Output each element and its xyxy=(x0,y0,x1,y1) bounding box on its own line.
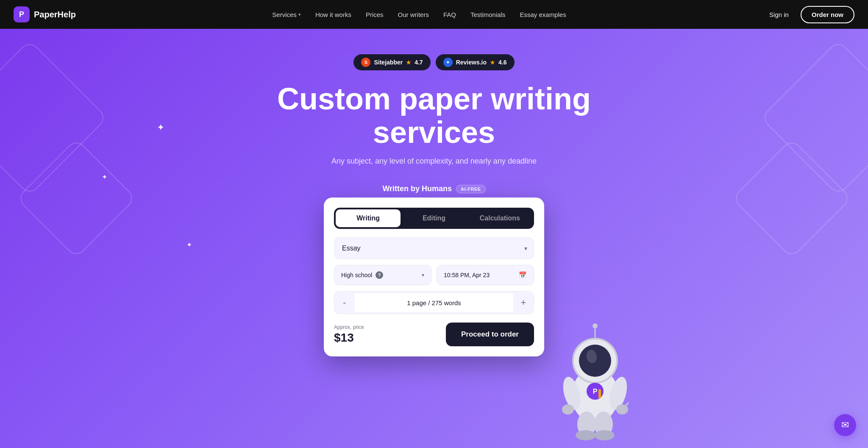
card-header-text: Written by Humans xyxy=(382,184,452,193)
logo-icon: P xyxy=(14,6,30,22)
reviews-icon: ✦ xyxy=(443,58,453,67)
reviews-star-icon: ★ xyxy=(490,59,495,66)
navbar: P PaperHelp Services ▾ How it works Pric… xyxy=(0,0,868,29)
pages-plus-button[interactable]: + xyxy=(513,292,534,314)
tab-calculations[interactable]: Calculations xyxy=(467,209,532,227)
deco-shape-left-top xyxy=(0,40,108,196)
order-now-button[interactable]: Order now xyxy=(801,6,854,23)
tab-editing[interactable]: Editing xyxy=(401,209,466,227)
nav-actions: Sign in Order now xyxy=(762,6,854,23)
hero-section: ✦ ✦ ✦ S Sitejabber ★ 4.7 ✦ Reviews.io ★ … xyxy=(0,29,868,448)
svg-point-7 xyxy=(562,404,574,415)
deco-shape-right-bottom xyxy=(732,139,852,259)
sparkle-star-1: ✦ xyxy=(157,122,164,133)
pages-minus-button[interactable]: - xyxy=(334,292,355,314)
svg-point-17 xyxy=(593,323,598,328)
sitejabber-star-icon: ★ xyxy=(406,59,411,66)
nav-services[interactable]: Services ▾ xyxy=(266,8,307,22)
pages-value: 1 page / 275 words xyxy=(355,293,513,312)
card-header: Written by Humans AI-FREE xyxy=(324,184,544,193)
sitejabber-label: Sitejabber xyxy=(374,59,403,66)
nav-links: Services ▾ How it works Prices Our write… xyxy=(266,8,572,22)
paper-type-select[interactable]: Essay Research Paper Term Paper Disserta… xyxy=(334,237,534,259)
svg-point-12 xyxy=(577,412,596,437)
chevron-down-icon: ▾ xyxy=(298,12,301,17)
academic-level-value: High school xyxy=(341,272,372,278)
proceed-to-order-button[interactable]: Proceed to order xyxy=(446,323,534,346)
price-row: Approx. price $13 Proceed to order xyxy=(334,323,534,346)
svg-rect-11 xyxy=(598,389,601,398)
ai-free-badge: AI-FREE xyxy=(456,185,486,193)
nav-how-it-works[interactable]: How it works xyxy=(309,8,357,22)
level-deadline-row: High school ? ▾ 10:58 PM, Apr 23 📅 xyxy=(334,265,534,285)
signin-button[interactable]: Sign in xyxy=(762,8,796,22)
paper-type-wrapper: Essay Research Paper Term Paper Disserta… xyxy=(334,237,534,259)
ratings-row: S Sitejabber ★ 4.7 ✦ Reviews.io ★ 4.6 xyxy=(353,54,514,70)
deadline-field[interactable]: 10:58 PM, Apr 23 📅 xyxy=(437,265,534,285)
svg-point-14 xyxy=(576,430,596,440)
nav-prices[interactable]: Prices xyxy=(360,8,389,22)
logo-link[interactable]: P PaperHelp xyxy=(14,6,76,22)
card-body: Writing Editing Calculations Essay Resea… xyxy=(324,198,544,356)
deadline-value: 10:58 PM, Apr 23 xyxy=(444,272,490,278)
svg-point-8 xyxy=(616,404,628,415)
svg-point-4 xyxy=(573,339,617,383)
order-card: Written by Humans AI-FREE Writing Editin… xyxy=(324,184,544,356)
svg-point-1 xyxy=(573,339,617,383)
nav-our-writers[interactable]: Our writers xyxy=(392,8,435,22)
price-value: $13 xyxy=(334,331,364,345)
help-icon: ? xyxy=(376,271,383,279)
astronaut-svg: P xyxy=(553,311,637,446)
svg-point-3 xyxy=(585,349,598,364)
nav-testimonials[interactable]: Testimonials xyxy=(465,8,512,22)
sitejabber-rating: S Sitejabber ★ 4.7 xyxy=(353,54,430,70)
reviews-label: Reviews.io xyxy=(456,59,487,66)
sparkle-star-3: ✦ xyxy=(186,241,192,249)
hero-title: Custom paper writing services xyxy=(243,82,625,149)
chat-bubble[interactable]: ✉ xyxy=(834,414,856,436)
price-label: Approx. price xyxy=(334,324,364,330)
calendar-icon: 📅 xyxy=(519,271,527,279)
academic-level-field[interactable]: High school ? ▾ xyxy=(334,265,431,285)
svg-point-13 xyxy=(594,412,613,437)
price-display: Approx. price $13 xyxy=(334,324,364,345)
deco-shape-left-bottom xyxy=(17,139,136,259)
order-tabs: Writing Editing Calculations xyxy=(334,208,534,229)
svg-text:P: P xyxy=(593,388,598,395)
svg-point-2 xyxy=(579,345,611,377)
chat-icon: ✉ xyxy=(841,420,849,431)
sitejabber-score: 4.7 xyxy=(415,59,423,66)
level-chevron-icon: ▾ xyxy=(422,272,424,278)
svg-point-5 xyxy=(560,375,583,412)
nav-essay-examples[interactable]: Essay examples xyxy=(514,8,572,22)
reviews-score: 4.6 xyxy=(498,59,506,66)
svg-point-15 xyxy=(594,430,615,440)
svg-point-9 xyxy=(587,383,604,400)
logo-text: PaperHelp xyxy=(34,10,76,19)
svg-point-6 xyxy=(606,375,630,412)
svg-point-0 xyxy=(572,368,618,423)
tab-writing[interactable]: Writing xyxy=(336,209,401,227)
hero-subtitle: Any subject, any level of complexity, an… xyxy=(331,157,537,166)
sitejabber-icon: S xyxy=(361,58,370,67)
deco-shape-right-top xyxy=(760,40,868,196)
sparkle-star-2: ✦ xyxy=(102,173,107,181)
reviews-rating: ✦ Reviews.io ★ 4.6 xyxy=(436,54,515,70)
pages-row: - 1 page / 275 words + xyxy=(334,291,534,314)
nav-faq[interactable]: FAQ xyxy=(437,8,462,22)
svg-line-18 xyxy=(622,403,628,409)
astronaut-illustration: P xyxy=(553,311,637,448)
